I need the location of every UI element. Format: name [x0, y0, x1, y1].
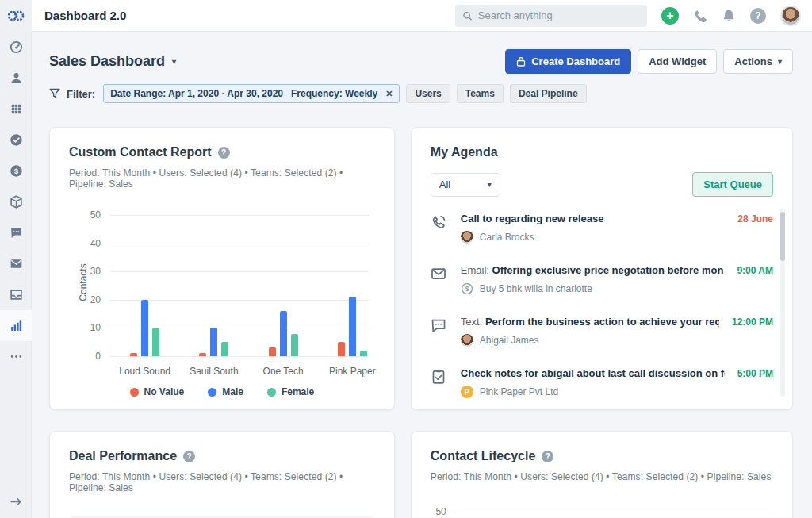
actions-button[interactable]: Actions ▾: [723, 49, 793, 74]
widget-title: Deal Performance: [69, 449, 177, 463]
help-icon[interactable]: ?: [218, 147, 230, 159]
agenda-item-subrow[interactable]: PPink Paper Pvt Ltd: [461, 386, 725, 398]
bar-one-tech-female[interactable]: [291, 334, 298, 356]
legend-item-no-value[interactable]: No Value: [130, 386, 185, 397]
search-input[interactable]: [478, 10, 640, 21]
products-icon: [10, 195, 23, 209]
bar-pink-paper-no-value[interactable]: [338, 342, 345, 356]
bar-one-tech-no-value[interactable]: [269, 347, 276, 356]
sidebar-item-inbox[interactable]: [0, 279, 32, 310]
legend-item-male[interactable]: Male: [208, 386, 243, 397]
help-button[interactable]: ?: [750, 8, 766, 24]
filter-bar: Filter: Date Range: Apr 1, 2020 - Apr 30…: [49, 84, 793, 103]
gridline: [110, 244, 369, 244]
deal-icon: $: [461, 282, 473, 295]
bar-sauil-south-female[interactable]: [221, 342, 228, 356]
agenda-item-title[interactable]: Email: Offering exclusive price negotati…: [461, 264, 725, 276]
accounts-icon: [10, 102, 23, 116]
sidebar-item-analytics[interactable]: [0, 310, 32, 341]
company-badge: P: [461, 386, 473, 398]
topbar: Dashboard 2.0 + ?: [0, 0, 812, 32]
agenda-item[interactable]: Text: Perform the business action to ach…: [431, 316, 773, 347]
profile-menu[interactable]: [780, 6, 801, 26]
quick-add-button[interactable]: +: [661, 7, 679, 25]
add-widget-button[interactable]: Add Widget: [638, 49, 717, 74]
legend-dot: [267, 388, 276, 397]
agenda-item[interactable]: Check notes for abigail about last call …: [431, 367, 773, 398]
y-tick-label: 50: [74, 209, 101, 221]
sidebar-item-dashboard[interactable]: [0, 32, 32, 63]
agenda-item[interactable]: Call to regarding new releaseCarla Brock…: [431, 213, 773, 244]
gridline: [110, 356, 369, 357]
frequency-filter[interactable]: Frequency: Weekly: [291, 88, 377, 99]
y-tick-label: 30: [74, 266, 101, 277]
agenda-item-contact: Abigail James: [480, 335, 539, 346]
contact-report-chart: Contacts 01020304050Loud SoundSauil Sout…: [69, 209, 375, 397]
create-dashboard-button[interactable]: Create Dashboard: [505, 49, 631, 74]
agenda-filter-select[interactable]: All ▾: [431, 173, 500, 197]
app-logo[interactable]: [0, 0, 32, 32]
lock-icon: [516, 56, 526, 67]
sidebar-item-products[interactable]: [0, 186, 32, 217]
filter-label: Filter:: [67, 88, 95, 100]
agenda-item-title[interactable]: Call to regarding new release: [461, 213, 726, 224]
agenda-item[interactable]: Email: Offering exclusive price negotati…: [431, 264, 773, 295]
notifications-button[interactable]: [722, 9, 736, 23]
y-tick-label: 50: [431, 506, 446, 517]
bar-sauil-south-no-value[interactable]: [199, 353, 206, 356]
agenda-item-title[interactable]: Text: Perform the business action to ach…: [461, 316, 719, 328]
arrow-right-icon: [10, 495, 23, 508]
help-icon[interactable]: ?: [183, 451, 195, 462]
chevron-down-icon: ▾: [488, 180, 492, 189]
bar-one-tech-male[interactable]: [280, 311, 287, 356]
filter-chip-users[interactable]: Users: [406, 84, 450, 103]
agenda-scrollbar[interactable]: [780, 209, 785, 397]
agenda-item-subrow[interactable]: Carla Brocks: [461, 231, 726, 244]
header-actions: Create Dashboard Add Widget Actions ▾: [505, 49, 793, 74]
sidebar-expand-button[interactable]: [0, 489, 32, 513]
phone-button[interactable]: [693, 9, 707, 23]
active-filter-chip[interactable]: Date Range: Apr 1, 2020 - Apr 30, 2020 F…: [103, 84, 400, 103]
y-tick-label: 40: [74, 238, 101, 249]
question-icon: ?: [750, 8, 766, 24]
lifecycle-chart-top: 50: [431, 506, 773, 517]
y-tick-label: 0: [74, 351, 101, 362]
sidebar-item-deals[interactable]: $: [0, 155, 32, 186]
bar-loud-sound-no-value[interactable]: [130, 353, 137, 356]
filter-icon: [49, 88, 60, 99]
agenda-item-title[interactable]: Check notes for abigail about last call …: [461, 367, 725, 379]
legend-label: Male: [222, 386, 243, 397]
bar-pink-paper-female[interactable]: [360, 351, 367, 356]
remove-filter-icon[interactable]: ✕: [385, 89, 393, 99]
widget-deal-performance: Deal Performance ? Period: This Month • …: [49, 431, 395, 518]
sidebar-item-contacts[interactable]: [0, 63, 32, 94]
widget-contact-lifecycle: Contact Lifecycle ? Period: This Month •…: [411, 431, 793, 518]
help-icon[interactable]: ?: [542, 451, 553, 462]
agenda-item-time: 9:00 AM: [737, 264, 773, 295]
bar-loud-sound-female[interactable]: [152, 328, 159, 356]
start-queue-button[interactable]: Start Queue: [692, 172, 773, 197]
agenda-filter-value: All: [439, 178, 450, 190]
filter-chip-teams[interactable]: Teams: [457, 84, 504, 103]
task-icon: [431, 367, 448, 398]
bar-loud-sound-male[interactable]: [141, 300, 148, 356]
agenda-item-subrow[interactable]: $Buy 5 bhk willa in charlotte: [461, 282, 725, 295]
agenda-item-time: 28 June: [737, 213, 773, 244]
sidebar-item-email[interactable]: [0, 248, 32, 279]
bar-sauil-south-male[interactable]: [210, 328, 217, 356]
bar-pink-paper-male[interactable]: [349, 297, 356, 356]
global-search[interactable]: [455, 5, 647, 27]
sidebar-item-tasks[interactable]: [0, 125, 32, 155]
sidebar-item-chat[interactable]: [0, 217, 32, 248]
filter-chip-deal-pipeline[interactable]: Deal Pipeline: [510, 84, 587, 103]
date-range-filter[interactable]: Date Range: Apr 1, 2020 - Apr 30, 2020: [110, 88, 283, 99]
agenda-item-subrow[interactable]: Abigail James: [461, 334, 719, 347]
agenda-controls: All ▾ Start Queue: [431, 172, 773, 197]
y-tick-label: 20: [74, 294, 101, 305]
x-tick-label: One Tech: [245, 366, 321, 377]
sidebar-item-accounts[interactable]: [0, 94, 32, 125]
scrollbar-thumb[interactable]: [780, 212, 785, 261]
dashboard-switcher[interactable]: Sales Dashboard ▾: [49, 53, 176, 70]
legend-item-female[interactable]: Female: [267, 386, 314, 397]
sidebar-item-more[interactable]: [0, 341, 32, 372]
